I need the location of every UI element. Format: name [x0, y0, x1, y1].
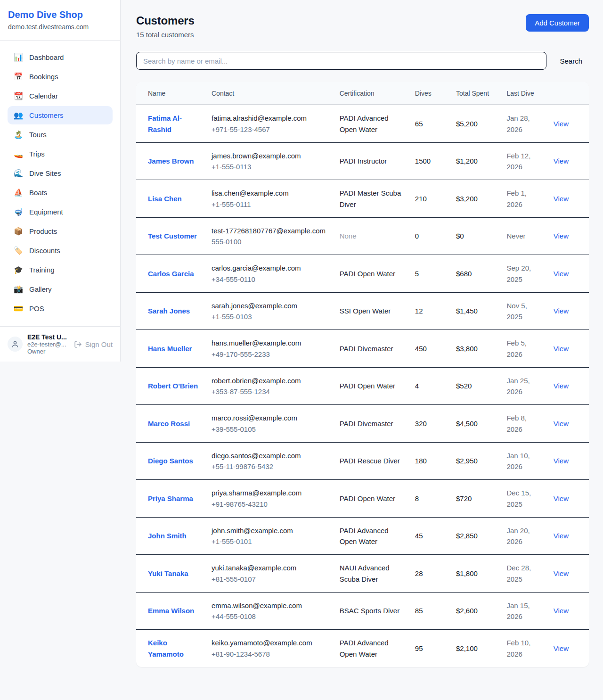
- shop-domain: demo.test.divestreams.com: [8, 23, 112, 31]
- view-customer-link[interactable]: View: [554, 157, 569, 165]
- customer-total-spent: $5,200: [456, 120, 478, 128]
- sidebar-item-tours[interactable]: 🏝️ Tours: [8, 125, 113, 144]
- customer-name-link[interactable]: Priya Sharma: [148, 494, 193, 502]
- customer-certification: PADI Divemaster: [340, 345, 393, 353]
- customer-name-link[interactable]: Emma Wilson: [148, 607, 194, 615]
- customer-phone: +1-555-0101: [212, 536, 328, 547]
- customer-name-link[interactable]: Marco Rossi: [148, 420, 190, 428]
- sidebar: Demo Dive Shop demo.test.divestreams.com…: [0, 0, 121, 362]
- table-row: Yuki Tanaka yuki.tanaka@example.com +81-…: [136, 555, 589, 593]
- view-customer-link[interactable]: View: [554, 569, 569, 577]
- customer-phone: +971-55-123-4567: [212, 124, 328, 135]
- customer-total-spent: $720: [456, 494, 472, 502]
- customer-phone: +81-90-1234-5678: [212, 649, 328, 659]
- customer-name-link[interactable]: James Brown: [148, 157, 194, 165]
- table-row: Carlos Garcia carlos.garcia@example.com …: [136, 255, 589, 293]
- customer-email: lisa.chen@example.com: [212, 188, 328, 198]
- column-header-total-spent: Total Spent: [450, 82, 501, 105]
- table-row: Hans Mueller hans.mueller@example.com +4…: [136, 330, 589, 368]
- customer-name-link[interactable]: Keiko Yamamoto: [148, 639, 184, 658]
- view-customer-link[interactable]: View: [554, 120, 569, 128]
- customer-dives: 28: [415, 569, 423, 577]
- view-customer-link[interactable]: View: [554, 270, 569, 278]
- user-role: Owner: [27, 348, 69, 355]
- customer-phone: +34-555-0110: [212, 274, 328, 285]
- view-customer-link[interactable]: View: [554, 494, 569, 502]
- sign-out-button[interactable]: Sign Out: [74, 340, 113, 348]
- bookings-icon: 📅: [14, 72, 23, 81]
- sidebar-item-training[interactable]: 🎓 Training: [8, 261, 113, 279]
- sidebar-item-bookings[interactable]: 📅 Bookings: [8, 67, 113, 86]
- view-customer-link[interactable]: View: [554, 307, 569, 315]
- customer-certification: PADI Master Scuba Diver: [340, 189, 401, 208]
- customer-name-link[interactable]: Fatima Al-Rashid: [148, 114, 182, 133]
- user-icon: [11, 340, 19, 348]
- customer-name-link[interactable]: Yuki Tanaka: [148, 569, 188, 577]
- page-title: Customers: [136, 14, 195, 27]
- customer-certification: SSI Open Water: [340, 307, 391, 315]
- customer-email: sarah.jones@example.com: [212, 300, 328, 311]
- products-icon: 📦: [14, 227, 23, 236]
- search-input[interactable]: [136, 52, 546, 70]
- sidebar-item-discounts[interactable]: 🏷️ Discounts: [8, 241, 113, 260]
- tours-icon: 🏝️: [14, 130, 23, 139]
- pos-icon: 💳: [14, 304, 23, 313]
- customer-dives: 320: [415, 420, 427, 428]
- view-customer-link[interactable]: View: [554, 232, 569, 240]
- sidebar-item-trips[interactable]: 🚤 Trips: [8, 145, 113, 163]
- customer-email: james.brown@example.com: [212, 150, 328, 161]
- customer-phone: +39-555-0105: [212, 424, 328, 435]
- view-customer-link[interactable]: View: [554, 532, 569, 540]
- customer-dives: 180: [415, 457, 427, 465]
- customer-name-link[interactable]: Hans Mueller: [148, 345, 192, 353]
- customer-certification: PADI Advanced Open Water: [340, 114, 389, 133]
- customers-icon: 👥: [14, 111, 23, 120]
- customer-name-link[interactable]: Robert O'Brien: [148, 382, 198, 390]
- sidebar-item-dive-sites[interactable]: 🌊 Dive Sites: [8, 164, 113, 182]
- sidebar-item-gallery[interactable]: 📸 Gallery: [8, 280, 113, 298]
- add-customer-button[interactable]: Add Customer: [526, 14, 589, 32]
- table-row: John Smith john.smith@example.com +1-555…: [136, 517, 589, 555]
- view-customer-link[interactable]: View: [554, 420, 569, 428]
- customer-last-dive: Dec 15, 2025: [506, 489, 531, 508]
- sidebar-item-calendar[interactable]: 📆 Calendar: [8, 87, 113, 105]
- avatar: [8, 337, 23, 352]
- sidebar-item-equipment[interactable]: 🤿 Equipment: [8, 203, 113, 221]
- customer-name-link[interactable]: Carlos Garcia: [148, 270, 194, 278]
- sidebar-item-customers[interactable]: 👥 Customers: [8, 106, 113, 124]
- search-button[interactable]: Search: [560, 57, 582, 65]
- customer-phone: 555-0100: [212, 236, 328, 247]
- page-header: Customers 15 total customers Add Custome…: [136, 14, 589, 39]
- table-row: Marco Rossi marco.rossi@example.com +39-…: [136, 405, 589, 443]
- customer-last-dive: Never: [506, 232, 525, 240]
- customer-email: marco.rossi@example.com: [212, 412, 328, 423]
- view-customer-link[interactable]: View: [554, 644, 569, 652]
- customers-table-card: NameContactCertificationDivesTotal Spent…: [136, 82, 589, 667]
- customer-name-link[interactable]: Test Customer: [148, 232, 197, 240]
- customer-last-dive: Sep 20, 2025: [506, 264, 531, 283]
- sidebar-item-dashboard[interactable]: 📊 Dashboard: [8, 48, 113, 66]
- column-header-name: Name: [136, 82, 206, 105]
- customer-dives: 65: [415, 120, 423, 128]
- sidebar-item-products[interactable]: 📦 Products: [8, 222, 113, 240]
- column-header-certification: Certification: [334, 82, 409, 105]
- view-customer-link[interactable]: View: [554, 195, 569, 203]
- view-customer-link[interactable]: View: [554, 345, 569, 353]
- customer-phone: +91-98765-43210: [212, 499, 328, 510]
- customer-name-link[interactable]: Diego Santos: [148, 457, 193, 465]
- user-email: e2e-tester@...: [27, 341, 69, 348]
- view-customer-link[interactable]: View: [554, 382, 569, 390]
- customer-name-link[interactable]: Lisa Chen: [148, 195, 182, 203]
- customer-name-link[interactable]: John Smith: [148, 532, 187, 540]
- sidebar-item-boats[interactable]: ⛵ Boats: [8, 183, 113, 202]
- customer-dives: 12: [415, 307, 423, 315]
- customer-last-dive: Feb 12, 2026: [506, 152, 530, 171]
- table-row: Fatima Al-Rashid fatima.alrashid@example…: [136, 105, 589, 143]
- customer-name-link[interactable]: Sarah Jones: [148, 307, 190, 315]
- customer-total-spent: $3,800: [456, 345, 478, 353]
- view-customer-link[interactable]: View: [554, 607, 569, 615]
- dashboard-icon: 📊: [14, 53, 23, 62]
- customer-certification: PADI Open Water: [340, 270, 395, 278]
- view-customer-link[interactable]: View: [554, 457, 569, 465]
- sidebar-item-pos[interactable]: 💳 POS: [8, 299, 113, 318]
